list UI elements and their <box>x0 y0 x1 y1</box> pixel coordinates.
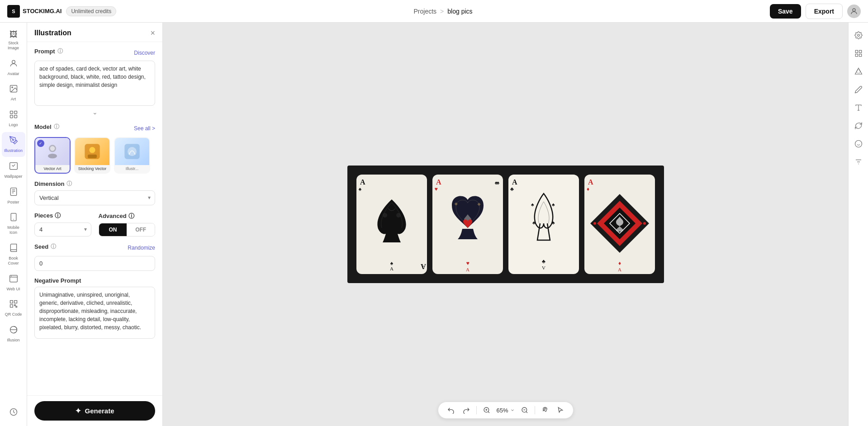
toolbar-separator-1 <box>476 406 476 414</box>
svg-text:A: A <box>420 263 426 270</box>
model-label: Model <box>34 123 52 130</box>
panel: Illustration × Prompt ⓘ Discover ace of … <box>27 23 163 426</box>
pieces-select[interactable]: 1 2 3 4 <box>34 222 91 237</box>
svg-rect-21 <box>10 305 13 308</box>
negative-prompt-input[interactable]: Unimaginative, uninspired, unoriginal, g… <box>34 287 155 339</box>
hand-tool-button[interactable] <box>540 405 550 416</box>
sidebar-item-wallpaper[interactable]: Wallpaper <box>2 158 25 183</box>
prompt-info-icon[interactable]: ⓘ <box>57 47 63 55</box>
canvas-image-container: A ♠ A <box>347 166 664 283</box>
svg-marker-75 <box>855 68 862 75</box>
sidebar-item-illusion[interactable]: Illusion <box>2 322 25 346</box>
svg-text:♥: ♥ <box>466 260 469 266</box>
advanced-on-button[interactable]: ON <box>99 223 127 236</box>
seed-input[interactable] <box>34 256 155 271</box>
qr-code-icon <box>9 299 18 311</box>
right-tool-rotate[interactable] <box>850 118 867 134</box>
avatar[interactable] <box>847 5 861 18</box>
svg-text:A: A <box>618 267 621 272</box>
negative-prompt-label: Negative Prompt <box>34 277 155 284</box>
model-info-icon[interactable]: ⓘ <box>54 123 59 131</box>
poster-icon <box>9 187 18 199</box>
sidebar-item-wallpaper-label: Wallpaper <box>4 174 22 179</box>
sidebar-item-mobile-icon[interactable]: Mobile Icon <box>2 209 25 239</box>
sidebar-item-label: Stock Image <box>4 41 24 51</box>
model-card-vector-art[interactable]: ✓ Vector Art <box>34 137 71 174</box>
sidebar-item-avatar-label: Avatar <box>8 71 19 76</box>
canvas-toolbar: 65% <box>437 402 573 419</box>
model-card-illustr[interactable]: Illustr... <box>114 137 150 174</box>
zoom-level: 65% <box>496 407 508 414</box>
pieces-info-icon[interactable]: ⓘ <box>55 212 61 220</box>
dimension-select[interactable]: Vertical Horizontal Square <box>34 190 155 205</box>
svg-point-28 <box>50 146 55 151</box>
right-tool-sticker[interactable] <box>850 136 867 152</box>
sidebar-item-qr-code[interactable]: QR Code <box>2 296 25 321</box>
save-button[interactable]: Save <box>770 4 801 19</box>
svg-point-70 <box>857 34 859 37</box>
svg-point-37 <box>383 213 387 218</box>
generate-label: Generate <box>85 407 114 415</box>
negative-prompt-section: Negative Prompt Unimaginative, uninspire… <box>34 277 155 341</box>
sidebar-item-poster[interactable]: Poster <box>2 184 25 208</box>
svg-point-30 <box>89 147 95 153</box>
sidebar-item-illustration[interactable]: Illustration <box>2 132 25 157</box>
undo-button[interactable] <box>445 405 456 416</box>
dimension-text: Dimension <box>34 180 64 187</box>
discover-link[interactable]: Discover <box>134 50 155 56</box>
zoom-in-button[interactable] <box>481 405 492 416</box>
svg-rect-23 <box>16 306 17 308</box>
zoom-out-button[interactable] <box>519 405 530 416</box>
right-tool-settings[interactable] <box>850 27 867 43</box>
sidebar-item-stock-image[interactable]: 🖼 Stock Image <box>2 26 25 54</box>
generate-button[interactable]: ✦ Generate <box>34 401 155 421</box>
model-card-stocking-vector[interactable]: Stocking Vector <box>74 137 110 174</box>
sidebar-item-logo[interactable]: Logo <box>2 106 25 131</box>
svg-text:A: A <box>512 178 517 186</box>
prompt-input[interactable]: ace of spades, card deck, vector art, wh… <box>34 61 155 106</box>
advanced-info-icon[interactable]: ⓘ <box>128 212 134 220</box>
right-tool-layers[interactable] <box>850 45 867 62</box>
collapse-button[interactable]: ⌄ <box>34 108 155 117</box>
svg-rect-19 <box>10 301 13 303</box>
panel-title: Illustration <box>34 29 71 37</box>
panel-close-button[interactable]: × <box>150 29 155 37</box>
generate-button-wrap: ✦ Generate <box>27 395 162 426</box>
sidebar-item-mobile-icon-label: Mobile Icon <box>4 225 24 235</box>
topbar: S STOCKIMG.AI Unlimited credits Projects… <box>0 0 868 23</box>
sidebar-item-history[interactable] <box>2 404 25 422</box>
seed-info-icon[interactable]: ⓘ <box>51 243 56 251</box>
sidebar-item-web-ui[interactable]: Web UI <box>2 270 25 295</box>
svg-text:♣: ♣ <box>510 186 514 192</box>
right-tool-pen[interactable] <box>850 81 867 98</box>
pointer-tool-button[interactable] <box>555 405 566 416</box>
redo-button[interactable] <box>460 405 471 416</box>
right-tool-shapes[interactable] <box>850 63 867 80</box>
see-all-link[interactable]: See all > <box>134 125 155 132</box>
right-tool-filter[interactable] <box>850 154 867 170</box>
history-icon <box>9 407 18 419</box>
sidebar-item-art[interactable]: Art <box>2 80 25 105</box>
svg-point-33 <box>128 147 137 156</box>
zoom-display[interactable]: 65% <box>496 407 514 414</box>
export-button[interactable]: Export <box>806 4 843 19</box>
logo-text: STOCKIMG.AI <box>23 8 62 14</box>
advanced-off-button[interactable]: OFF <box>127 223 155 236</box>
randomize-link[interactable]: Randomize <box>128 245 155 251</box>
model-card-label-illustr: Illustr... <box>115 165 149 173</box>
book-cover-icon <box>9 243 18 255</box>
seed-label-row: Seed ⓘ <box>34 243 56 251</box>
sidebar-item-avatar[interactable]: Avatar <box>2 55 25 80</box>
prompt-label: Prompt <box>34 48 55 55</box>
right-tool-text[interactable] <box>850 99 867 116</box>
svg-text:A: A <box>390 266 394 271</box>
svg-text:♦: ♦ <box>618 260 621 266</box>
unlimited-badge: Unlimited credits <box>66 6 116 16</box>
svg-text:♠: ♠ <box>496 180 499 186</box>
svg-point-3 <box>11 87 12 88</box>
canvas-content[interactable]: A ♠ A <box>163 23 848 426</box>
seed-label: Seed <box>34 243 48 250</box>
sidebar-item-book-cover[interactable]: Book Cover <box>2 240 25 270</box>
dimension-info-icon[interactable]: ⓘ <box>66 180 72 188</box>
projects-link[interactable]: Projects <box>414 8 437 15</box>
